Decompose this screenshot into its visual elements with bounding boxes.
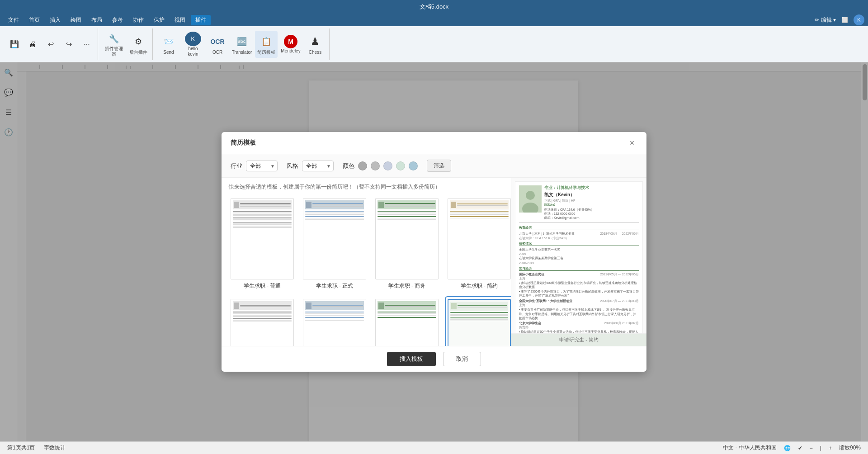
thumb-content-8	[448, 300, 510, 346]
send-button[interactable]: 📨 Send	[157, 31, 180, 58]
chess-button[interactable]: ♟ Chess	[304, 31, 326, 58]
thumb-body-3	[233, 215, 292, 216]
window-control-minimize[interactable]: ⬜	[841, 17, 848, 23]
menu-layout[interactable]: 布局	[87, 15, 107, 25]
menu-protect[interactable]: 保护	[149, 15, 169, 25]
template-student-normal[interactable]: 学生求职 - 普通	[229, 196, 296, 292]
print-button[interactable]: 🖨	[24, 31, 41, 58]
mendeley-button[interactable]: M Mendeley	[279, 31, 302, 58]
modal-close-button[interactable]: ×	[627, 137, 637, 148]
cancel-button[interactable]: 取消	[443, 352, 481, 366]
template-student-business-name: 学生求职 - 商务	[388, 282, 426, 290]
cv-template-button[interactable]: 📋 简历模板	[255, 31, 278, 58]
undo-button[interactable]: ↩	[42, 31, 59, 58]
template-student-normal-thumb	[231, 198, 294, 279]
thumb-body-15	[377, 218, 436, 219]
save-button[interactable]: 💾	[6, 31, 23, 58]
color-circle-3[interactable]	[383, 161, 392, 170]
menu-insert[interactable]: 插入	[45, 15, 65, 25]
language-indicator[interactable]: 中文 - 中华人民共和国	[723, 444, 777, 452]
toolbar-plugin-tools: 📨 Send K hello kevin OCR OCR 🔤 Translato…	[155, 28, 330, 60]
menu-plugin[interactable]: 插件	[191, 15, 211, 25]
template-student-formal[interactable]: 学生求职 - 正式	[301, 196, 368, 292]
thumb-header-6	[305, 301, 364, 310]
zoom-control[interactable]: −	[810, 445, 813, 451]
chess-icon: ♟	[307, 33, 323, 50]
thumb-section-6	[377, 211, 436, 212]
template-grad-minimal-thumb	[448, 299, 511, 346]
template-student-formal-name: 学生求职 - 正式	[316, 282, 354, 290]
all-plugins-button[interactable]: ⚙ 后台插件	[127, 31, 150, 58]
thumb-section-5	[305, 216, 364, 217]
color-circles	[358, 161, 418, 170]
template-grad-formal[interactable]: 申请研究生 - 正式	[301, 297, 368, 346]
menu-file[interactable]: 文件	[4, 15, 24, 25]
thumb-content-5	[231, 299, 293, 346]
redo-button[interactable]: ↪	[61, 31, 77, 58]
edit-mode[interactable]: ✏ 编辑 ▾	[815, 16, 836, 24]
thumb-section-4	[305, 211, 364, 212]
template-grad-business-thumb	[375, 299, 439, 346]
thumb-body-34	[450, 319, 508, 320]
word-count[interactable]: 字数统计	[44, 444, 66, 452]
style-select[interactable]: 全部	[302, 161, 334, 171]
thumb-section-2	[233, 218, 292, 218]
thumb-body-5	[233, 221, 292, 222]
menu-collaborate[interactable]: 协作	[128, 15, 148, 25]
hello-label: hello kevin	[188, 46, 198, 57]
insert-template-button[interactable]: 插入模板	[387, 352, 436, 366]
color-circle-4[interactable]	[396, 161, 405, 170]
modal-overlay[interactable]: 简历模板 × 行业 全部 ▼ 风格 全部 ▼	[0, 62, 868, 441]
preview-label: 申请研究生 - 简约	[511, 333, 646, 346]
modal-header: 简历模板 ×	[222, 132, 646, 154]
preview-intern3-title: 负责部	[519, 325, 639, 329]
hello-button[interactable]: K hello kevin	[182, 31, 204, 58]
filter-button[interactable]: 筛选	[427, 160, 451, 172]
proofread-icon[interactable]: ✔	[798, 445, 802, 451]
template-grad-minimal[interactable]: 申请研究生 - 简约	[446, 297, 511, 346]
thumb-body-11	[305, 218, 364, 219]
thumb-line-15	[312, 306, 363, 307]
user-avatar[interactable]: K	[854, 14, 864, 25]
preview-intern-location: 上海	[519, 276, 639, 280]
thumb-body-29	[377, 313, 436, 314]
template-grad-normal[interactable]: 申请研究生 - 普通	[229, 297, 296, 346]
color-circle-1[interactable]	[358, 161, 367, 170]
menu-view[interactable]: 视图	[170, 15, 190, 25]
template-student-normal-name: 学生求职 - 普通	[244, 282, 281, 290]
preview-award-2: 在读大学获得某某奖学金第三名	[519, 256, 639, 260]
menu-reference[interactable]: 参考	[108, 15, 127, 25]
zoom-in-control[interactable]: +	[829, 445, 832, 451]
template-student-business[interactable]: 学生求职 - 商务	[373, 196, 440, 292]
thumb-body-9	[305, 213, 364, 213]
translator-button[interactable]: 🔤 Translator	[231, 31, 253, 58]
toolbar-quick-access: 💾 🖨 ↩ ↪ ···	[4, 28, 98, 60]
thumb-header-2	[305, 200, 364, 209]
ocr-button[interactable]: OCR OCR	[206, 31, 229, 58]
style-select-wrapper: 全部 ▼	[302, 161, 334, 171]
thumb-body-12	[305, 219, 364, 220]
template-grad-business[interactable]: 申请研究生 - 商务	[373, 297, 440, 346]
color-circle-5[interactable]	[409, 161, 418, 170]
more-button[interactable]: ···	[79, 31, 95, 58]
style-label: 风格	[287, 162, 298, 170]
color-circle-2[interactable]	[371, 161, 380, 170]
chess-label: Chess	[309, 50, 321, 55]
preview-header: 专业：计算机科学与技术 凯文（Kevin） 正式 | GPA | 简历 | HP…	[519, 185, 639, 223]
cv-template-label: 简历模板	[257, 50, 275, 55]
thumb-lines-8	[458, 305, 507, 308]
industry-select[interactable]: 全部	[246, 161, 278, 171]
thumb-content-3	[376, 199, 438, 279]
thumb-section-14	[377, 312, 436, 312]
thumb-body-1	[233, 213, 292, 213]
window-title: 文档5.docx	[420, 3, 448, 11]
menu-draw[interactable]: 绘图	[66, 15, 86, 25]
thumb-body-13	[377, 213, 436, 213]
thumb-header-7	[377, 301, 436, 310]
plugin-manager-button[interactable]: 🔧 插件管理器	[103, 31, 125, 58]
template-student-minimal[interactable]: 学生求职 - 简约	[446, 196, 511, 292]
preview-intern2-location: 上海	[519, 303, 639, 307]
thumb-line-5	[312, 204, 363, 205]
menu-home[interactable]: 首页	[24, 15, 44, 25]
thumb-section-9	[450, 216, 509, 217]
